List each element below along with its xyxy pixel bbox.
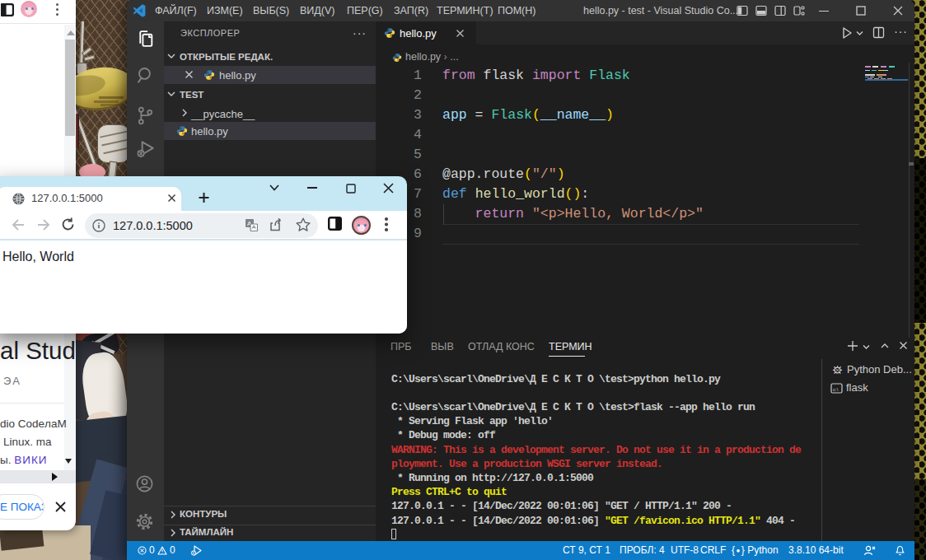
svg-text:c:\: c:\ [833,387,839,392]
